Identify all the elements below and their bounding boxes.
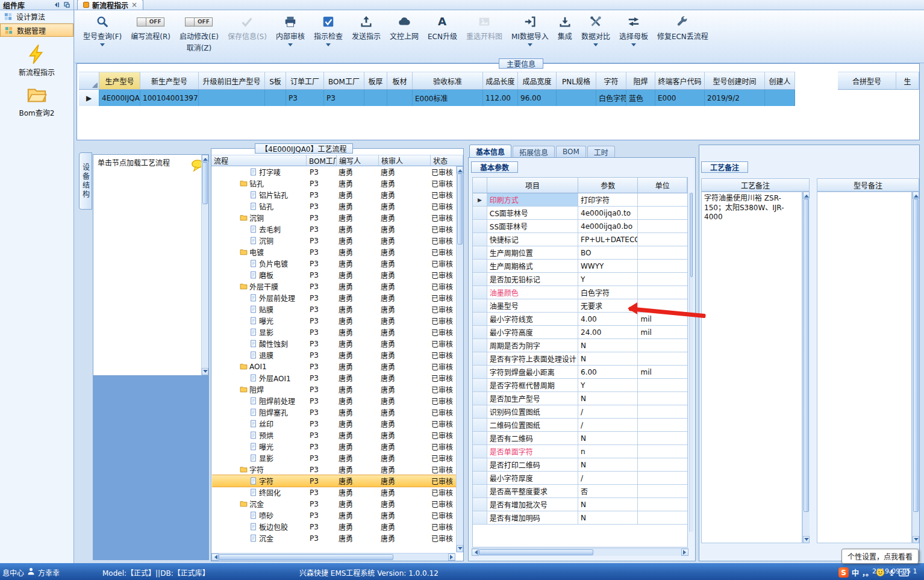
- param-row[interactable]: 是否打印二维码N: [473, 458, 687, 472]
- model-query-button[interactable]: 型号查询(F): [83, 14, 122, 49]
- tree-node-name-cell[interactable]: 沉铜: [212, 213, 307, 223]
- tree-node-name-cell[interactable]: 电镀: [212, 247, 307, 257]
- integrate-button[interactable]: 集成: [558, 14, 572, 41]
- select-motherboard-button[interactable]: 选择母板: [619, 14, 648, 49]
- sidebar-item-design-algorithm[interactable]: 设计算法: [0, 10, 73, 23]
- process-notes-scrollbar[interactable]: [802, 192, 810, 543]
- dropdown-caret-icon[interactable]: [326, 43, 331, 49]
- data-cell[interactable]: 2019/9/2: [705, 90, 765, 106]
- process-tree-row[interactable]: 钻孔P3唐勇唐勇已审核: [212, 178, 457, 189]
- process-tree-row[interactable]: AOI1P3唐勇唐勇已审核: [212, 361, 457, 372]
- process-tree-row[interactable]: 阻焊前处理P3唐勇唐勇已审核: [212, 395, 457, 407]
- column-header[interactable]: 板材: [387, 72, 413, 90]
- tree-column-header[interactable]: 状态: [431, 155, 463, 166]
- tab-new-process-instruction[interactable]: 新流程指示 ×: [77, 0, 143, 10]
- tab-BOM[interactable]: BOM: [556, 146, 586, 157]
- tree-node-name-cell[interactable]: 沉金: [212, 499, 307, 509]
- sidebar-tool-new-process-instruction[interactable]: 新流程指示: [0, 44, 73, 77]
- model-notes-scrollbar[interactable]: [912, 192, 919, 543]
- param-row[interactable]: 识别码位置图纸/: [473, 405, 687, 419]
- param-value-cell[interactable]: N: [578, 392, 638, 405]
- param-row[interactable]: 二维码位置图纸/: [473, 419, 687, 432]
- param-row[interactable]: 最小字符厚度/: [473, 472, 687, 485]
- data-compare-button[interactable]: 数据对比: [581, 14, 610, 49]
- process-tree-row[interactable]: 打字唛P3唐勇唐勇已审核: [212, 166, 457, 178]
- param-column-header[interactable]: 单位: [638, 178, 687, 193]
- param-row[interactable]: 是否有二维码N: [473, 432, 687, 445]
- param-value-cell[interactable]: 无要求: [578, 299, 638, 313]
- column-header[interactable]: 生: [896, 72, 919, 90]
- tree-node-name-cell[interactable]: 酸性蚀刻: [212, 338, 307, 349]
- tree-node-name-cell[interactable]: 终固化: [212, 487, 307, 497]
- column-header[interactable]: 合拼型号: [838, 72, 896, 90]
- column-header[interactable]: 新生产型号: [140, 72, 199, 90]
- node-panel-scrollbar[interactable]: [201, 155, 208, 375]
- mi-data-import-button[interactable]: MI数据导入: [511, 14, 549, 49]
- column-header[interactable]: 字符: [596, 72, 626, 90]
- data-cell[interactable]: [199, 90, 265, 106]
- process-tree-row[interactable]: 终固化P3唐勇唐勇已审核: [212, 487, 457, 498]
- param-value-cell[interactable]: 4.00: [578, 313, 638, 326]
- param-value-cell[interactable]: N: [578, 511, 638, 525]
- process-tree-row[interactable]: 曝光P3唐勇唐勇已审核: [212, 315, 457, 326]
- process-tree-row[interactable]: 显影P3唐勇唐勇已审核: [212, 452, 457, 464]
- process-tree-row[interactable]: 阻焊塞孔P3唐勇唐勇已审核: [212, 407, 457, 418]
- param-value-cell[interactable]: 4e000ijqa0.to: [578, 207, 638, 220]
- param-row[interactable]: 是否有增加明码N: [473, 511, 687, 525]
- toggle-switch[interactable]: OFF: [185, 17, 213, 27]
- data-cell[interactable]: 10010400139719: [140, 90, 199, 106]
- column-header[interactable]: 成品宽度: [518, 72, 557, 90]
- tree-node-name-cell[interactable]: 磨板: [212, 270, 307, 280]
- param-value-cell[interactable]: WWYY: [578, 260, 638, 273]
- tree-node-name-cell[interactable]: 外层干膜: [212, 281, 307, 292]
- process-tree-row[interactable]: 外层AOI1P3唐勇唐勇已审核: [212, 372, 457, 384]
- column-header[interactable]: 成品长度: [483, 72, 518, 90]
- param-row[interactable]: 是否字符框代替周期Y: [473, 379, 687, 392]
- data-cell[interactable]: [765, 90, 795, 106]
- process-tree-row[interactable]: 沉铜P3唐勇唐勇已审核: [212, 235, 457, 246]
- device-structure-tab[interactable]: 设备结构: [79, 152, 92, 210]
- dropdown-caret-icon[interactable]: [631, 43, 636, 49]
- doc-control-upload-button[interactable]: 文控上网: [390, 14, 419, 41]
- param-vertical-scrollbar[interactable]: [689, 193, 693, 532]
- process-tree-row[interactable]: 字符P3唐勇唐勇已审核: [212, 464, 457, 475]
- tree-node-name-cell[interactable]: 阻焊: [212, 384, 307, 394]
- process-tree-row[interactable]: 沉金P3唐勇唐勇已审核: [212, 532, 457, 544]
- process-tree-row[interactable]: 电镀P3唐勇唐勇已审核: [212, 246, 457, 258]
- sogou-logo-icon[interactable]: S: [838, 567, 849, 578]
- tree-node-name-cell[interactable]: 喷砂: [212, 510, 307, 520]
- process-tree-row[interactable]: 磨板P3唐勇唐勇已审核: [212, 269, 457, 281]
- subtab-process-notes[interactable]: 工艺备注: [701, 161, 748, 173]
- tree-node-name-cell[interactable]: 退膜: [212, 350, 307, 360]
- data-cell[interactable]: P3: [286, 90, 324, 106]
- process-tree-row[interactable]: 喷砂P3唐勇唐勇已审核: [212, 510, 457, 521]
- param-row[interactable]: 是否高平整度要求否: [473, 485, 687, 498]
- process-tree-row[interactable]: 丝印P3唐勇唐勇已审核: [212, 418, 457, 429]
- column-header[interactable]: 验收标准: [413, 72, 483, 90]
- param-value-cell[interactable]: N: [578, 458, 638, 472]
- param-value-cell[interactable]: /: [578, 405, 638, 419]
- param-row[interactable]: 是否有字符上表面处理设计N: [473, 352, 687, 366]
- process-tree-row[interactable]: 沉金P3唐勇唐勇已审核: [212, 498, 457, 510]
- param-row[interactable]: 生产周期格式WWYY: [473, 260, 687, 273]
- param-value-cell[interactable]: 打印字符: [578, 193, 638, 207]
- param-row[interactable]: 是否加生产型号N: [473, 392, 687, 405]
- tree-column-header[interactable]: 核审人: [379, 155, 431, 166]
- param-value-cell[interactable]: /: [578, 419, 638, 432]
- process-tree-row[interactable]: 显影P3唐勇唐勇已审核: [212, 326, 457, 338]
- pin-icon[interactable]: [63, 1, 70, 8]
- dropdown-caret-icon[interactable]: [288, 43, 293, 49]
- tree-node-name-cell[interactable]: 板边包胶: [212, 522, 307, 532]
- param-value-cell[interactable]: BO: [578, 246, 638, 260]
- personal-settings-tooltip[interactable]: 个性设置，点我看看: [841, 549, 919, 564]
- param-value-cell[interactable]: 6.00: [578, 366, 638, 379]
- main-info-data-row[interactable]: ▶4E000IJQA010010400139719P3P3E000标准112.0…: [79, 90, 795, 106]
- process-notes-content[interactable]: 字符油墨使用川裕 ZSR-150；太阳S380W、IJR-4000: [701, 192, 802, 543]
- process-tree-row[interactable]: 字符P3唐勇唐勇已审核: [212, 475, 457, 487]
- tree-node-name-cell[interactable]: 阻焊塞孔: [212, 407, 307, 417]
- data-cell[interactable]: 白色字符: [596, 90, 626, 106]
- tab-工时[interactable]: 工时: [587, 146, 615, 157]
- process-tree-row[interactable]: 外层干膜P3唐勇唐勇已审核: [212, 281, 457, 292]
- dropdown-caret-icon[interactable]: [593, 43, 598, 49]
- column-header[interactable]: 创建人: [765, 72, 795, 90]
